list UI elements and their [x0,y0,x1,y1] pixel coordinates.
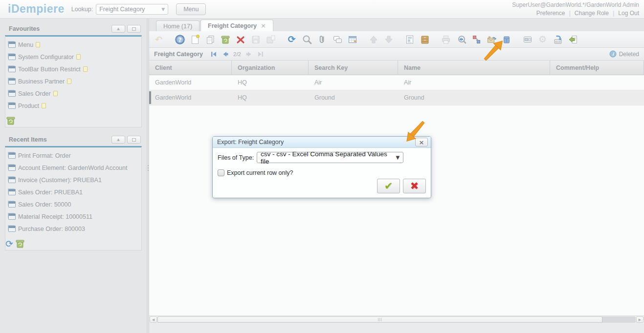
chevron-down-icon: ▼ [161,7,165,12]
undo-icon[interactable]: ↶ [152,33,165,46]
detail-record-icon[interactable] [382,33,395,46]
trash-icon[interactable] [15,238,25,249]
refresh-icon[interactable]: ⟳ [5,238,13,249]
grid-toggle-icon[interactable] [346,33,359,46]
recent-item[interactable]: Material Receipt: 10000511 [8,210,138,223]
column-header[interactable]: Search Key [309,61,398,75]
previous-record-icon[interactable] [222,50,229,58]
favourite-item[interactable]: Menu [8,39,138,51]
refresh-icon[interactable]: ⟳ [285,33,298,46]
tab-freight-category[interactable]: Freight Category × [200,20,273,31]
tab-bar: Home (17) Freight Category × [149,19,644,31]
process-icon[interactable]: ⚙ [536,33,549,46]
menu-button[interactable]: Menu [176,3,206,15]
user-role-label: SuperUser@GardenWorld.*/GardenWorld Admi… [512,1,639,8]
column-header[interactable]: Organization [232,61,309,75]
horizontal-scrollbar[interactable]: ◀ ▶ [149,315,644,323]
favourite-item[interactable]: System Configurator [8,51,138,63]
detach-button[interactable] [127,25,141,33]
scroll-left-icon[interactable]: ◀ [150,316,157,323]
window-icon [8,54,16,60]
favourites-title: Favourites [9,25,40,32]
column-header[interactable]: Client [149,61,232,75]
export-current-row-checkbox[interactable] [218,169,224,176]
note-icon [76,54,81,60]
scroll-right-icon[interactable]: ▶ [636,316,644,323]
requests-icon[interactable] [485,33,498,46]
recent-item[interactable]: Invoice (Customer): PRUEBA1 [8,174,138,186]
x-icon: ✖ [410,180,419,192]
delete-record-icon[interactable] [219,33,232,46]
note-icon [83,66,88,72]
collapse-button[interactable]: ▲ [111,136,125,144]
file-type-select[interactable]: csv - csv - Excel Comma Separated Values… [257,152,403,163]
favourite-item[interactable]: ToolBar Button Restrict [8,63,138,75]
preference-link[interactable]: Preference [536,10,565,17]
first-record-icon[interactable] [210,50,218,58]
product-info-icon[interactable] [500,33,513,46]
window-icon [8,78,16,84]
deleted-label: Deleted [619,51,639,58]
freight-category-table: Client Organization Search Key Name Comm… [149,61,644,105]
help-icon[interactable]: ? [173,33,186,46]
toolbar: ↶ ? ⟳ [149,31,644,48]
recent-items-panel: Recent Items ▲ Print Format: Order Acco [5,133,142,250]
delete-selection-icon[interactable] [234,33,247,46]
next-record-icon[interactable] [245,50,253,58]
footer-strip [149,323,644,333]
recent-item[interactable]: Account Element: GardenWorld Account [8,162,138,174]
window-icon [8,90,16,97]
save-create-icon[interactable] [264,33,277,46]
chat-icon[interactable] [331,33,344,46]
customize-icon[interactable] [521,33,534,46]
change-role-link[interactable]: Change Role [575,10,609,17]
lookup-label: Lookup: [71,6,93,13]
window-icon [8,152,16,159]
lookup-combobox[interactable]: Freight Category ▼ [96,4,168,15]
recent-item[interactable]: Sales Order: 50000 [8,198,138,210]
recent-item[interactable]: Sales Order: PRUEBA1 [8,186,138,198]
close-icon[interactable]: × [415,138,428,146]
table-row[interactable]: GardenWorld HQ Ground Ground [149,90,644,105]
favourite-item[interactable]: Sales Order [8,87,138,100]
collapse-button[interactable]: ▲ [111,25,125,33]
note-icon [53,91,58,96]
trash-icon[interactable] [5,115,16,126]
confirm-button[interactable]: ✔ [377,179,400,193]
parent-record-icon[interactable] [367,33,380,46]
info-icon: i [609,50,617,58]
close-tab-icon[interactable]: × [261,22,266,29]
archive-icon[interactable] [418,33,431,46]
favourite-item[interactable]: Product [8,100,138,112]
tab-home[interactable]: Home (17) [156,21,200,31]
cancel-button[interactable]: ✖ [403,179,426,193]
recent-item[interactable]: Purchase Order: 800003 [8,223,138,235]
table-row[interactable]: GardenWorld HQ Air Air [149,75,644,90]
dialog-title-bar[interactable]: Export: Freight Category × [213,137,431,148]
column-header[interactable]: Name [398,61,550,75]
copy-record-icon[interactable] [203,33,217,46]
save-icon[interactable] [249,33,262,46]
new-record-icon[interactable] [188,33,201,46]
sidebar: Favourites ▲ Menu System C [0,19,147,333]
export-icon[interactable] [551,33,564,46]
csv-import-icon[interactable] [566,33,579,46]
favourite-item[interactable]: Business Partner [8,75,138,87]
window-icon [8,177,16,183]
attachment-icon[interactable] [315,33,329,46]
scrollbar-thumb[interactable] [157,316,602,323]
export-current-row-label: Export current row only? [227,169,293,176]
print-icon[interactable] [439,33,452,46]
workflow-icon[interactable] [469,33,483,46]
recent-item[interactable]: Print Format: Order [8,149,138,162]
detach-button[interactable] [127,136,141,144]
find-icon[interactable] [300,33,313,46]
last-record-icon[interactable] [257,50,265,58]
report-icon[interactable] [403,33,416,46]
zoom-across-icon[interactable] [454,33,467,46]
column-header[interactable]: Comment/Help [550,61,644,75]
note-icon [67,79,71,84]
app-logo: iDempiere [8,2,65,16]
log-out-link[interactable]: Log Out [618,10,639,17]
breadcrumb: Freight Category 2/2 i Deleted [149,48,644,61]
